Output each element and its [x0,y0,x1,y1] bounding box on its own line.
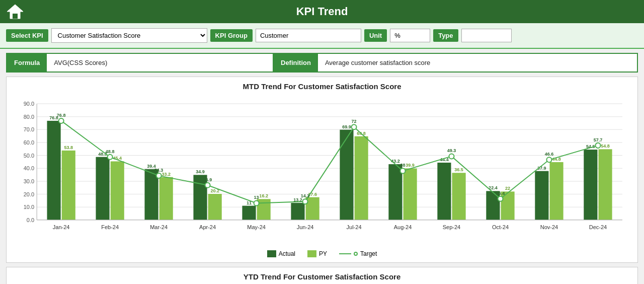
svg-rect-52 [340,130,353,220]
mtd-legend: Actual PY Target [12,250,632,257]
legend-target-line [339,253,351,254]
svg-rect-42 [242,206,256,220]
svg-text:36.5: 36.5 [454,167,463,172]
svg-rect-1 [13,14,18,19]
svg-rect-38 [208,194,222,220]
definition-value: Average customer satisfaction score [318,54,437,72]
svg-text:Nov-24: Nov-24 [540,224,558,230]
formula-value: AVG(CSS Scores) [47,54,114,72]
legend-py-box [307,250,316,257]
legend-actual-box [267,250,276,257]
svg-rect-57 [388,164,402,220]
svg-text:72: 72 [352,119,357,124]
svg-point-96 [400,168,406,173]
svg-text:13: 13 [254,195,259,200]
svg-text:16.4: 16.4 [496,191,505,196]
svg-rect-73 [549,162,563,220]
ytd-chart-container: YTD Trend For Customer Satisfaction Scor… [6,267,638,284]
svg-text:14.3: 14.3 [301,193,310,198]
svg-text:54.8: 54.8 [601,144,610,149]
svg-text:Dec-24: Dec-24 [589,224,607,230]
svg-rect-47 [291,203,304,220]
svg-rect-28 [111,161,124,220]
svg-text:50.0: 50.0 [24,153,34,159]
svg-text:34.3: 34.3 [154,168,164,173]
formula-cell: Formula AVG(CSS Scores) [7,54,274,72]
controls-row: Select KPI Customer Satisfaction Score K… [0,23,644,49]
svg-text:26.9: 26.9 [203,177,212,182]
kpi-group-input [256,29,361,42]
svg-point-86 [156,173,162,178]
info-row: Formula AVG(CSS Scores) Definition Avera… [6,53,638,73]
svg-text:Feb-24: Feb-24 [101,224,119,230]
definition-label: Definition [274,54,318,72]
svg-text:0.0: 0.0 [27,217,34,223]
svg-text:60.0: 60.0 [24,139,34,146]
mtd-chart-wrap: 0.010.020.030.040.050.060.070.080.090.07… [12,94,632,247]
svg-text:16.2: 16.2 [259,193,268,198]
svg-text:34.9: 34.9 [196,169,205,174]
svg-point-92 [303,199,308,204]
svg-point-102 [546,157,551,162]
svg-text:49.3: 49.3 [447,148,456,153]
svg-text:30.0: 30.0 [24,178,34,184]
page-title: KPI Trend [296,5,348,18]
page-header: KPI Trend [0,0,644,23]
svg-text:Oct-24: Oct-24 [492,224,509,230]
svg-point-100 [498,196,503,201]
svg-text:Jan-24: Jan-24 [53,224,70,230]
svg-rect-72 [535,171,548,220]
svg-point-98 [449,154,454,159]
svg-text:48.8: 48.8 [106,149,115,154]
formula-label: Formula [7,54,47,72]
svg-rect-22 [47,121,60,220]
svg-rect-68 [501,191,514,220]
svg-text:76.8: 76.8 [57,113,66,118]
svg-rect-62 [437,163,451,220]
legend-target-label: Target [360,250,377,257]
ytd-chart-title: YTD Trend For Customer Satisfaction Scor… [12,272,632,281]
svg-point-82 [59,118,64,123]
type-label: Type [433,29,458,42]
kpi-select[interactable]: Customer Satisfaction Score [51,28,207,43]
svg-text:20.0: 20.0 [24,191,34,197]
svg-rect-33 [159,177,173,220]
svg-text:57.7: 57.7 [594,137,603,143]
mtd-chart-svg: 0.010.020.030.040.050.060.070.080.090.07… [12,94,632,245]
unit-label: Unit [364,29,387,42]
svg-text:69.9: 69.9 [342,124,351,129]
svg-text:Apr-24: Apr-24 [199,224,216,230]
svg-point-88 [205,183,210,188]
svg-point-90 [254,200,259,205]
mtd-chart-title: MTD Trend For Customer Satisfaction Scor… [12,82,632,91]
svg-text:Mar-24: Mar-24 [150,224,168,230]
svg-text:Aug-24: Aug-24 [394,224,412,230]
unit-input [390,29,430,42]
select-kpi-label: Select KPI [6,29,48,42]
svg-rect-58 [404,169,417,220]
svg-text:90.0: 90.0 [24,101,34,107]
svg-point-84 [108,155,113,160]
svg-rect-78 [598,149,612,220]
svg-text:40.0: 40.0 [24,165,34,171]
svg-text:Sep-24: Sep-24 [443,224,461,230]
legend-py: PY [307,250,327,257]
legend-target: Target [339,250,377,257]
home-icon[interactable] [6,3,24,21]
svg-point-104 [595,143,600,148]
legend-target-dot [354,252,358,256]
mtd-chart-container: MTD Trend For Customer Satisfaction Scor… [6,77,638,263]
svg-rect-27 [96,157,109,220]
legend-actual: Actual [267,250,295,257]
svg-text:46.6: 46.6 [545,152,554,157]
svg-text:10.0: 10.0 [24,204,34,210]
svg-rect-53 [355,136,368,220]
svg-text:39.9: 39.9 [406,163,415,168]
svg-rect-77 [584,150,597,220]
legend-actual-label: Actual [279,250,295,257]
definition-cell: Definition Average customer satisfaction… [274,54,637,72]
svg-text:70.0: 70.0 [24,126,34,132]
svg-text:Jun-24: Jun-24 [297,224,314,230]
legend-py-label: PY [319,250,327,257]
svg-point-94 [352,124,357,129]
